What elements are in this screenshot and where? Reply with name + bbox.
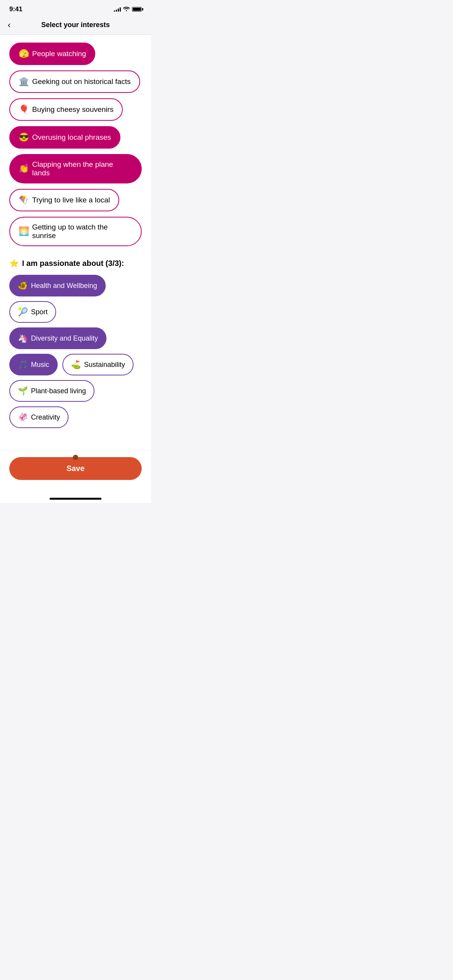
- back-button[interactable]: ‹: [8, 20, 10, 30]
- passion-chip-diversity[interactable]: 🦄 Diversity and Equality: [9, 327, 106, 349]
- passion-chip-sport[interactable]: 🎾 Sport: [9, 301, 56, 323]
- passion-grid: 🐠 Health and Wellbeing 🎾 Sport 🦄 Diversi…: [9, 275, 142, 428]
- passionate-section: ⭐ I am passionate about (3/3): 🐠 Health …: [9, 259, 142, 428]
- page-title: Select your interests: [41, 21, 110, 29]
- passion-chip-creativity[interactable]: 🦑 Creativity: [9, 406, 69, 428]
- signal-bars-icon: [114, 7, 121, 12]
- status-bar: 9:41: [0, 0, 151, 16]
- save-button-dot: [73, 455, 78, 460]
- passion-chip-music[interactable]: 🎵 Music: [9, 354, 58, 375]
- interest-chip-plane-clapping[interactable]: 👏 Clapping when the plane lands: [9, 154, 142, 183]
- star-icon: ⭐: [9, 259, 19, 268]
- save-container: Save: [0, 451, 151, 494]
- passionate-title: ⭐ I am passionate about (3/3):: [9, 259, 142, 268]
- interest-chip-people-watching[interactable]: 🫣 People watching: [9, 43, 95, 65]
- page-header: ‹ Select your interests: [0, 16, 151, 34]
- passion-chip-health[interactable]: 🐠 Health and Wellbeing: [9, 275, 106, 296]
- wifi-icon: [123, 6, 130, 12]
- main-content: 🫣 People watching 🏛️ Geeking out on hist…: [0, 35, 151, 451]
- interests-list: 🫣 People watching 🏛️ Geeking out on hist…: [9, 43, 142, 246]
- home-bar: [50, 498, 101, 500]
- home-indicator: [0, 494, 151, 503]
- status-icons: [114, 6, 142, 12]
- save-button[interactable]: Save: [9, 457, 142, 480]
- passion-chip-sustainability[interactable]: ⛳ Sustainability: [62, 354, 134, 375]
- status-time: 9:41: [9, 5, 22, 13]
- interest-chip-historical-facts[interactable]: 🏛️ Geeking out on historical facts: [9, 70, 140, 93]
- interest-chip-cheesy-souvenirs[interactable]: 🎈 Buying cheesy souvenirs: [9, 98, 123, 121]
- interest-chip-live-local[interactable]: 🪁 Trying to live like a local: [9, 189, 119, 211]
- interest-chip-sunrise[interactable]: 🌅 Getting up to watch the sunrise: [9, 217, 142, 246]
- battery-icon: [132, 7, 142, 12]
- interest-chip-local-phrases[interactable]: 😎 Overusing local phrases: [9, 126, 120, 149]
- passion-chip-plant-based[interactable]: 🌱 Plant-based living: [9, 380, 94, 402]
